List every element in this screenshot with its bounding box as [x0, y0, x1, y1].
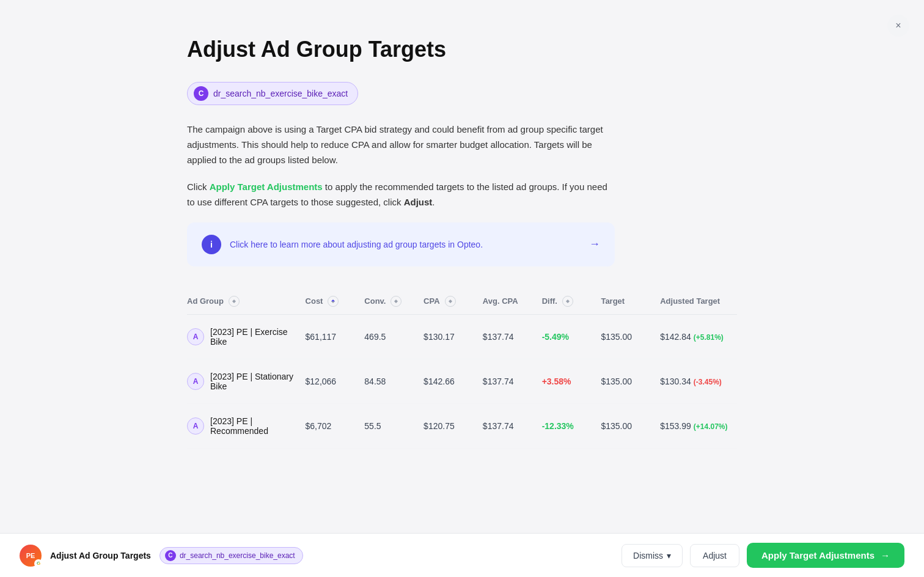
conv-cell: 84.58: [364, 377, 424, 386]
adjusted-target-cell: $153.99(+14.07%): [660, 421, 737, 431]
info-text: Click here to learn more about adjusting…: [230, 240, 581, 249]
google-dot: G: [34, 559, 43, 568]
bottom-campaign-name: dr_search_nb_exercise_bike_exact: [180, 551, 295, 560]
bottom-left: PE G Adjust Ad Group Targets C dr_search…: [20, 545, 622, 567]
table-row: A [2023] PE | Recommended $6,702 55.5 $1…: [187, 404, 737, 449]
diff-cell: -12.33%: [542, 421, 601, 431]
adjusted-target-cell: $142.84(+5.81%): [660, 332, 737, 342]
avg-cpa-cell: $137.74: [483, 332, 542, 342]
avatar: PE G: [20, 545, 42, 567]
apply-button-label: Apply Target Adjustments: [761, 550, 875, 560]
cpa-cell: $142.66: [424, 377, 483, 386]
description-1: The campaign above is using a Target CPA…: [187, 122, 615, 167]
col-conv[interactable]: Conv.: [364, 296, 424, 307]
ad-group-name: [2023] PE | Stationary Bike: [210, 372, 306, 391]
info-arrow: →: [589, 238, 600, 251]
page-title: Adjust Ad Group Targets: [187, 37, 737, 62]
cost-cell: $6,702: [306, 421, 365, 431]
campaign-icon: C: [194, 86, 208, 101]
table-header: Ad Group Cost Conv. CPA: [187, 296, 737, 315]
bottom-right: Dismiss ▾ Adjust Apply Target Adjustment…: [622, 543, 904, 568]
ad-group-cell: A [2023] PE | Recommended: [187, 416, 306, 436]
dismiss-label: Dismiss: [633, 551, 663, 560]
ad-group-name: [2023] PE | Exercise Bike: [210, 327, 306, 347]
google-icon: G: [37, 560, 40, 566]
apply-link[interactable]: Apply Target Adjustments: [210, 182, 323, 192]
avatar-text: PE: [26, 552, 35, 559]
bottom-campaign-badge: C dr_search_nb_exercise_bike_exact: [160, 547, 303, 564]
close-button[interactable]: ×: [887, 15, 909, 37]
cost-cell: $61,117: [306, 332, 365, 342]
target-cell: $135.00: [601, 377, 660, 386]
bottom-campaign-icon: C: [165, 550, 176, 561]
sort-icon-conv[interactable]: [391, 296, 402, 307]
ad-group-icon: A: [187, 328, 204, 345]
dismiss-button[interactable]: Dismiss ▾: [622, 544, 683, 567]
col-avg-cpa: Avg. CPA: [483, 296, 542, 307]
avg-cpa-cell: $137.74: [483, 421, 542, 431]
description-2: Click Apply Target Adjustments to apply …: [187, 180, 615, 210]
target-cell: $135.00: [601, 421, 660, 431]
info-icon: i: [202, 235, 221, 254]
col-adjusted-target: Adjusted Target: [660, 296, 737, 307]
table-row: A [2023] PE | Stationary Bike $12,066 84…: [187, 359, 737, 404]
main-content: Adjust Ad Group Targets C dr_search_nb_e…: [163, 0, 761, 522]
col-ad-group[interactable]: Ad Group: [187, 296, 306, 307]
table-body: A [2023] PE | Exercise Bike $61,117 469.…: [187, 315, 737, 449]
campaign-name: dr_search_nb_exercise_bike_exact: [213, 89, 348, 98]
bottom-title: Adjust Ad Group Targets: [50, 551, 151, 560]
adjusted-diff: (+5.81%): [694, 333, 724, 342]
dismiss-chevron-icon: ▾: [667, 551, 671, 560]
ad-group-cell: A [2023] PE | Stationary Bike: [187, 372, 306, 391]
cost-cell: $12,066: [306, 377, 365, 386]
campaign-badge: C dr_search_nb_exercise_bike_exact: [187, 82, 358, 105]
ad-group-cell: A [2023] PE | Exercise Bike: [187, 327, 306, 347]
adjusted-diff: (-3.45%): [694, 378, 722, 386]
col-cost[interactable]: Cost: [306, 296, 365, 307]
ad-group-name: [2023] PE | Recommended: [210, 416, 306, 436]
col-cpa[interactable]: CPA: [424, 296, 483, 307]
avg-cpa-cell: $137.74: [483, 377, 542, 386]
adjusted-target-cell: $130.34(-3.45%): [660, 377, 737, 386]
info-box[interactable]: i Click here to learn more about adjusti…: [187, 222, 615, 266]
conv-cell: 469.5: [364, 332, 424, 342]
col-diff[interactable]: Diff.: [542, 296, 601, 307]
bottom-bar: PE G Adjust Ad Group Targets C dr_search…: [0, 533, 924, 577]
col-target: Target: [601, 296, 660, 307]
table: Ad Group Cost Conv. CPA: [187, 296, 737, 449]
ad-group-icon: A: [187, 373, 204, 390]
table-row: A [2023] PE | Exercise Bike $61,117 469.…: [187, 315, 737, 359]
conv-cell: 55.5: [364, 421, 424, 431]
target-cell: $135.00: [601, 332, 660, 342]
apply-target-adjustments-button[interactable]: Apply Target Adjustments →: [747, 543, 904, 568]
sort-icon-diff[interactable]: [562, 296, 573, 307]
ad-group-icon: A: [187, 417, 204, 435]
adjust-button[interactable]: Adjust: [690, 544, 739, 567]
cpa-cell: $130.17: [424, 332, 483, 342]
apply-arrow-icon: →: [881, 550, 890, 560]
cpa-cell: $120.75: [424, 421, 483, 431]
adjusted-diff: (+14.07%): [694, 422, 728, 431]
close-icon: ×: [895, 20, 901, 31]
diff-cell: +3.58%: [542, 377, 601, 386]
diff-cell: -5.49%: [542, 332, 601, 342]
sort-icon-ad-group[interactable]: [229, 296, 240, 307]
sort-icon-cpa[interactable]: [445, 296, 456, 307]
sort-icon-cost[interactable]: [328, 296, 339, 307]
